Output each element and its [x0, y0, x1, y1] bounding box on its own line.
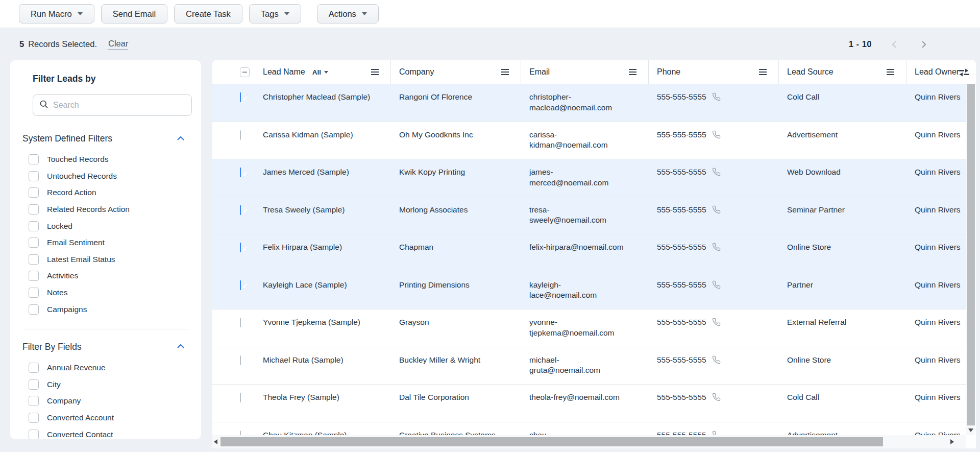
filter-by-fields-header[interactable]: Filter By Fields — [22, 342, 185, 352]
select-all-checkbox[interactable] — [240, 67, 250, 77]
vertical-scrollbar[interactable] — [966, 84, 975, 435]
filter-option[interactable]: Converted Account — [22, 410, 189, 426]
run-macro-button[interactable]: Run Macro — [19, 4, 94, 23]
phone-icon[interactable] — [712, 280, 721, 292]
horizontal-scrollbar-thumb[interactable] — [220, 437, 883, 446]
column-menu-icon[interactable] — [628, 68, 637, 76]
phone-icon[interactable] — [712, 243, 721, 254]
filter-option[interactable]: Touched Records — [22, 151, 189, 168]
filter-checkbox[interactable] — [29, 396, 39, 406]
filter-search-box[interactable] — [33, 94, 192, 116]
scroll-left-arrow-icon[interactable] — [214, 439, 217, 444]
phone-icon[interactable] — [712, 431, 721, 436]
tags-button[interactable]: Tags — [249, 4, 301, 23]
filter-checkbox[interactable] — [29, 288, 39, 298]
table-row[interactable]: Chau Kitzman (Sample) Creative Business … — [212, 422, 966, 436]
row-checkbox[interactable] — [240, 205, 241, 215]
row-checkbox[interactable] — [240, 318, 241, 327]
column-menu-icon[interactable] — [371, 68, 379, 76]
phone-icon[interactable] — [712, 130, 721, 142]
phone-icon[interactable] — [712, 168, 721, 179]
scroll-right-arrow-icon[interactable] — [950, 439, 954, 444]
table-row[interactable]: Michael Ruta (Sample) Buckley Miller & W… — [212, 347, 966, 385]
column-menu-icon[interactable] — [501, 68, 509, 76]
previous-page-icon[interactable] — [889, 39, 900, 50]
filter-option-label: Untouched Records — [47, 172, 117, 181]
table-row[interactable]: Christopher Maclead (Sample) Rangoni Of … — [212, 84, 966, 122]
filter-option[interactable]: Company — [22, 393, 189, 410]
filter-checkbox[interactable] — [29, 204, 39, 215]
lead-name: Christopher Maclead (Sample) — [263, 92, 374, 103]
filter-checkbox[interactable] — [29, 363, 39, 373]
filter-checkbox[interactable] — [29, 221, 39, 231]
filter-option[interactable]: City — [22, 376, 189, 393]
filter-checkbox[interactable] — [29, 430, 39, 439]
filter-option[interactable]: Annual Revenue — [22, 360, 189, 376]
row-checkbox[interactable] — [240, 243, 241, 252]
column-header-phone[interactable]: Phone — [649, 60, 779, 84]
column-header-lead-name[interactable]: Lead Name All — [263, 60, 391, 84]
lead-name-filter-dropdown[interactable]: All — [312, 68, 328, 76]
table-row[interactable]: Yvonne Tjepkema (Sample) Grayson yvonne-… — [212, 310, 966, 347]
vertical-scrollbar-thumb[interactable] — [967, 84, 975, 425]
table-row[interactable]: Kayleigh Lace (Sample) Printing Dimensio… — [212, 272, 966, 310]
phone-number: 555-555-5555 — [657, 130, 706, 140]
row-checkbox[interactable] — [240, 280, 241, 290]
column-menu-icon[interactable] — [886, 68, 895, 76]
row-checkbox[interactable] — [240, 431, 241, 436]
column-settings-icon[interactable] — [958, 60, 970, 84]
filter-option[interactable]: Campaigns — [22, 301, 189, 318]
filter-checkbox[interactable] — [29, 171, 39, 181]
filter-checkbox[interactable] — [29, 187, 39, 198]
clear-selection-link[interactable]: Clear — [108, 39, 128, 50]
action-toolbar: Run Macro Send Email Create Task Tags Ac… — [0, 0, 980, 28]
filter-option[interactable]: Activities — [22, 268, 189, 284]
row-checkbox[interactable] — [240, 355, 241, 365]
column-header-company[interactable]: Company — [391, 60, 521, 84]
column-menu-icon[interactable] — [758, 68, 767, 76]
phone-icon[interactable] — [712, 92, 721, 104]
column-header-email[interactable]: Email — [521, 60, 649, 84]
chevron-up-icon[interactable] — [177, 134, 185, 144]
row-checkbox[interactable] — [240, 168, 241, 177]
filter-option[interactable]: Untouched Records — [22, 168, 189, 185]
table-row[interactable]: Carissa Kidman (Sample) Oh My Goodknits … — [212, 122, 966, 160]
row-checkbox[interactable] — [240, 393, 241, 402]
filter-option[interactable]: Related Records Action — [22, 201, 189, 218]
system-defined-filters-header[interactable]: System Defined Filters — [22, 133, 185, 144]
filter-option[interactable]: Converted Contact — [22, 426, 189, 439]
search-input[interactable] — [53, 101, 185, 110]
send-email-button[interactable]: Send Email — [101, 4, 167, 23]
filter-option[interactable]: Email Sentiment — [22, 234, 189, 251]
phone-icon[interactable] — [712, 355, 721, 367]
phone-icon[interactable] — [712, 318, 721, 329]
filter-checkbox[interactable] — [29, 304, 39, 315]
table-row[interactable]: Tresa Sweely (Sample) Morlong Associates… — [212, 197, 966, 235]
create-task-button[interactable]: Create Task — [174, 4, 242, 23]
filter-option[interactable]: Notes — [22, 284, 189, 301]
filter-checkbox[interactable] — [29, 237, 39, 248]
actions-button[interactable]: Actions — [317, 4, 379, 23]
filter-option[interactable]: Record Action — [22, 184, 189, 201]
filter-option[interactable]: Latest Email Status — [22, 251, 189, 268]
filter-option[interactable]: Locked — [22, 218, 189, 234]
phone-icon[interactable] — [712, 393, 721, 405]
filter-option-label: Related Records Action — [47, 205, 130, 214]
table-row[interactable]: Felix Hirpara (Sample) Chapman felix-hir… — [212, 234, 966, 272]
filter-checkbox[interactable] — [29, 413, 39, 423]
table-row[interactable]: Theola Frey (Sample) Dal Tile Corporatio… — [212, 385, 966, 422]
row-checkbox[interactable] — [240, 92, 241, 102]
filter-checkbox[interactable] — [29, 154, 39, 164]
row-checkbox[interactable] — [240, 130, 241, 140]
filter-checkbox[interactable] — [29, 379, 39, 390]
filter-checkbox[interactable] — [29, 254, 39, 265]
filter-checkbox[interactable] — [29, 271, 39, 281]
scroll-down-arrow-icon[interactable] — [968, 429, 973, 432]
column-header-lead-source[interactable]: Lead Source — [779, 60, 906, 84]
chevron-up-icon[interactable] — [177, 342, 185, 351]
horizontal-scrollbar[interactable] — [212, 435, 966, 448]
next-page-icon[interactable] — [918, 39, 929, 50]
table-row[interactable]: James Merced (Sample) Kwik Kopy Printing… — [212, 159, 966, 197]
caret-down-icon — [78, 12, 83, 15]
phone-icon[interactable] — [712, 205, 721, 217]
